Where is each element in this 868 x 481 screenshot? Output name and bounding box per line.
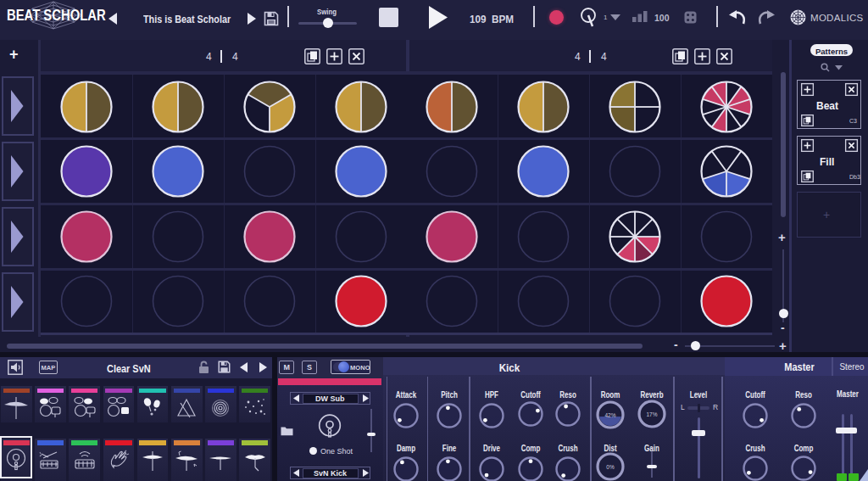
svg-text:0%: 0% [606,464,615,470]
svg-text:42%: 42% [604,411,615,417]
svg-text:17%: 17% [646,411,657,417]
